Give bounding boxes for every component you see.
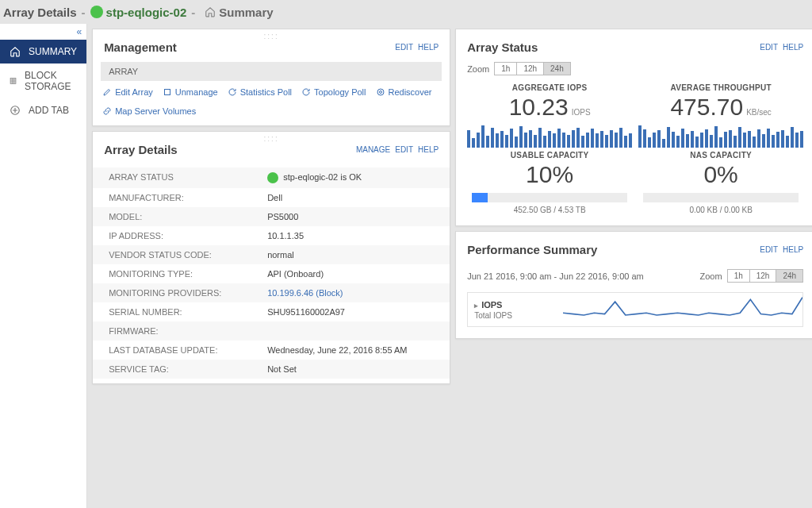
detail-value: Wednesday, June 22, 2016 8:55 AM (267, 345, 407, 355)
detail-label: ARRAY STATUS (109, 172, 267, 183)
panel-performance-summary: Performance Summary EDIT HELP Jun 21 201… (455, 231, 812, 339)
svg-point-4 (379, 91, 381, 94)
svg-rect-2 (164, 90, 170, 95)
zoom-1h-button[interactable]: 1h (495, 63, 517, 75)
detail-value[interactable]: 10.199.6.46 (Block) (267, 288, 343, 298)
drag-handle-icon[interactable]: :::: (264, 134, 279, 143)
detail-row-monitoring-providers: MONITORING PROVIDERS:10.199.6.46 (Block) (93, 283, 450, 302)
action-label: Unmanage (175, 87, 218, 97)
action-label: Map Server Volumes (115, 106, 196, 116)
main-content: :::: Management EDIT HELP ARRAY Edit Arr… (87, 24, 812, 508)
zoom-1h-button[interactable]: 1h (728, 270, 750, 282)
sidebar-item-label: BLOCK STORAGE (25, 70, 77, 92)
detail-label: LAST DATABASE UPDATE: (109, 345, 267, 355)
panel-help-link[interactable]: HELP (783, 245, 803, 254)
throughput-sparkline-chart (638, 125, 803, 148)
link-icon (102, 106, 112, 116)
panel-manage-link[interactable]: MANAGE (356, 145, 390, 154)
panel-title: Array Details (104, 143, 178, 156)
capacity-subtext: 452.50 GB / 4.53 TB (467, 206, 632, 214)
detail-label: VENDOR STATUS CODE: (109, 250, 267, 260)
perf-chart-row: ▸IOPS Total IOPS (467, 292, 803, 327)
time-range-label: Jun 21 2016, 9:00 am - Jun 22 2016, 9:00… (467, 271, 644, 281)
home-icon (205, 6, 216, 17)
detail-row-serial-number: SERIAL NUMBER:SHU951160002A97 (93, 302, 450, 321)
refresh-icon (228, 87, 237, 97)
zoom-24h-button[interactable]: 24h (544, 63, 570, 75)
detail-row-manufacturer: MANUFACTURER:Dell (93, 188, 450, 207)
detail-label: MANUFACTURER: (109, 193, 267, 202)
action-label: Rediscover (389, 87, 432, 97)
svg-point-3 (377, 89, 384, 95)
topology-poll-button[interactable]: Topology Poll (301, 87, 366, 97)
sidebar-item-add-tab[interactable]: ADD TAB (0, 98, 86, 122)
unmanage-button[interactable]: Unmanage (163, 87, 218, 97)
breadcrumb-page: Summary (219, 6, 273, 19)
stat-throughput: AVERAGE THROUGHPUT 475.70KB/sec (638, 83, 803, 148)
stat-label: USABLE CAPACITY (467, 151, 632, 160)
stop-icon (163, 87, 172, 97)
sidebar-item-summary[interactable]: SUMMARY (0, 40, 86, 64)
map-server-volumes-button[interactable]: Map Server Volumes (102, 106, 196, 116)
refresh-icon (301, 87, 311, 97)
edit-array-button[interactable]: Edit Array (102, 87, 153, 97)
detail-label: MONITORING TYPE: (109, 269, 267, 279)
panel-title: Management (104, 40, 177, 54)
panel-edit-link[interactable]: EDIT (395, 43, 413, 52)
detail-row-monitoring-type: MONITORING TYPE:API (Onboard) (93, 264, 450, 283)
panel-edit-link[interactable]: EDIT (760, 43, 778, 52)
zoom-24h-button[interactable]: 24h (776, 270, 802, 282)
plus-circle-icon (10, 105, 21, 116)
target-icon (376, 87, 385, 97)
panel-array-details: :::: Array Details MANAGE EDIT HELP ARRA… (92, 131, 450, 384)
breadcrumb-array-name[interactable]: stp-eqlogic-02 (106, 6, 187, 19)
perf-metric-toggle[interactable]: ▸IOPS (474, 300, 557, 310)
detail-row-service-tag: SERVICE TAG:Not Set (93, 360, 450, 379)
detail-label: FIRMWARE: (109, 326, 267, 336)
iops-sparkline-chart (467, 125, 632, 148)
detail-value: API (Onboard) (267, 269, 324, 279)
panel-array-status: Array Status EDIT HELP Zoom 1h 12h 24h (455, 29, 812, 226)
detail-row-vendor-status-code: VENDOR STATUS CODE:normal (93, 245, 450, 264)
breadcrumb-sep: - (191, 6, 195, 19)
zoom-12h-button[interactable]: 12h (750, 270, 777, 282)
capacity-bar (643, 193, 799, 202)
action-label: Topology Poll (314, 87, 366, 97)
stat-nas-capacity: NAS CAPACITY 0% 0.00 KB / 0.00 KB (638, 151, 803, 214)
home-icon (10, 46, 21, 57)
stat-aggregate-iops: AGGREGATE IOPS 10.23IOPS (467, 83, 632, 148)
rediscover-button[interactable]: Rediscover (376, 87, 432, 97)
stat-value: 10% (467, 161, 632, 188)
drag-handle-icon[interactable]: :::: (264, 32, 279, 40)
panel-edit-link[interactable]: EDIT (760, 245, 778, 254)
stat-unit: IOPS (572, 108, 591, 117)
detail-value: Not Set (267, 364, 297, 374)
detail-label: SERVICE TAG: (109, 364, 267, 374)
action-label: Edit Array (115, 87, 153, 97)
breadcrumb-section: Array Details (3, 6, 77, 19)
detail-row-firmware: FIRMWARE: (93, 321, 450, 341)
capacity-bar (472, 193, 627, 202)
panel-help-link[interactable]: HELP (418, 43, 439, 52)
sidebar-item-label: SUMMARY (29, 46, 77, 57)
panel-help-link[interactable]: HELP (783, 43, 803, 52)
detail-row-ip-address: IP ADDRESS:10.1.1.35 (93, 226, 450, 245)
panel-edit-link[interactable]: EDIT (395, 145, 413, 154)
grid-icon (10, 75, 17, 87)
detail-label: SERIAL NUMBER: (109, 307, 267, 317)
sidebar-item-label: ADD TAB (29, 105, 69, 116)
statistics-poll-button[interactable]: Statistics Poll (228, 87, 292, 97)
stat-label: AGGREGATE IOPS (467, 83, 632, 92)
detail-label: IP ADDRESS: (109, 231, 267, 241)
perf-series-label: Total IOPS (474, 311, 557, 320)
panel-help-link[interactable]: HELP (418, 145, 439, 154)
zoom-segmented-control: 1h 12h 24h (494, 62, 571, 75)
detail-value: normal (267, 250, 294, 260)
zoom-12h-button[interactable]: 12h (517, 63, 544, 75)
sidebar-item-block-storage[interactable]: BLOCK STORAGE (0, 64, 86, 98)
collapse-sidebar-button[interactable]: « (0, 24, 86, 40)
chevron-right-icon: ▸ (474, 302, 478, 310)
panel-title: Performance Summary (467, 243, 597, 256)
breadcrumb: Array Details - stp-eqlogic-02 - Summary (0, 0, 812, 24)
stat-label: NAS CAPACITY (638, 151, 803, 160)
